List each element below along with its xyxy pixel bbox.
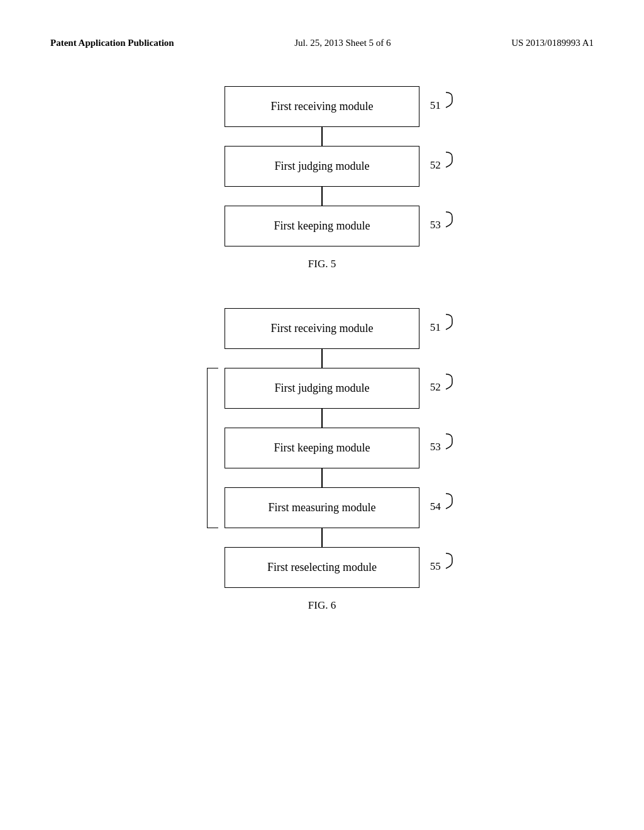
fig5-diagram: First receiving module 51 First judging … <box>225 86 419 246</box>
fig5-module-row-3: First keeping module 53 <box>225 206 419 246</box>
fig6-module-51-label: First receiving module <box>271 322 374 335</box>
fig6-module-55-label: First reselecting module <box>267 561 377 574</box>
fig6-num-51: 51 <box>430 313 457 334</box>
figures-container: First receiving module 51 First judging … <box>50 86 594 612</box>
fig5-area: First receiving module 51 First judging … <box>225 86 419 270</box>
fig6-num-52: 52 <box>430 373 457 394</box>
fig6-module-52: First judging module <box>225 368 419 409</box>
fig5-module-51: First receiving module <box>225 86 419 127</box>
curly-bracket-53 <box>443 211 457 228</box>
fig5-module-51-label: First receiving module <box>271 100 374 113</box>
header: Patent Application Publication Jul. 25, … <box>50 38 594 48</box>
fig6-area: First receiving module 51 <box>225 308 419 612</box>
curly-bracket-fig6-52 <box>443 373 457 390</box>
fig6-num-53: 53 <box>430 433 457 453</box>
fig5-module-52: First judging module <box>225 146 419 187</box>
fig6-module-row-3: First keeping module 53 <box>225 428 419 468</box>
fig5-num-53: 53 <box>430 211 457 231</box>
fig6-module-row-5: First reselecting module 55 <box>225 547 419 588</box>
fig5-module-52-label: First judging module <box>274 160 369 173</box>
fig6-module-53: First keeping module <box>225 428 419 468</box>
fig5-module-row-2: First judging module 52 <box>225 146 419 187</box>
fig5-module-53-label: First keeping module <box>274 219 370 233</box>
page: Patent Application Publication Jul. 25, … <box>0 0 644 830</box>
header-date-sheet: Jul. 25, 2013 Sheet 5 of 6 <box>294 38 391 48</box>
fig6-left-bracket <box>207 368 218 528</box>
fig6-num-54: 54 <box>430 492 457 513</box>
fig5-num-51: 51 <box>430 91 457 112</box>
fig6-caption: FIG. 6 <box>308 599 336 612</box>
fig6-module-row-1: First receiving module 51 <box>225 308 419 349</box>
curly-bracket-fig6-53 <box>443 433 457 450</box>
fig6-module-55: First reselecting module <box>225 547 419 588</box>
fig6-grouped-section: First judging module 52 Fir <box>225 368 419 528</box>
fig6-diagram: First receiving module 51 <box>225 308 419 588</box>
curly-bracket-fig6-51 <box>443 313 457 331</box>
curly-bracket-fig6-54 <box>443 492 457 510</box>
fig5-caption: FIG. 5 <box>308 258 336 270</box>
curly-bracket-51 <box>443 91 457 109</box>
fig6-module-51: First receiving module <box>225 308 419 349</box>
curly-bracket-52 <box>443 151 457 169</box>
fig5-connector-2 <box>321 187 323 206</box>
fig6-module-54: First measuring module <box>225 487 419 528</box>
fig6-connector-1 <box>321 349 323 368</box>
fig5-module-row-1: First receiving module 51 <box>225 86 419 127</box>
fig6-num-55: 55 <box>430 552 457 573</box>
fig6-module-53-label: First keeping module <box>274 441 370 455</box>
curly-bracket-fig6-55 <box>443 552 457 570</box>
header-patent-number: US 2013/0189993 A1 <box>511 38 594 48</box>
fig6-module-row-2: First judging module 52 <box>225 368 419 409</box>
fig5-num-52: 52 <box>430 151 457 172</box>
fig6-connector-3 <box>321 468 323 487</box>
fig6-connector-4 <box>321 528 323 547</box>
fig6-module-52-label: First judging module <box>274 382 369 395</box>
fig5-connector-1 <box>321 127 323 146</box>
fig6-module-row-4: First measuring module 54 <box>225 487 419 528</box>
fig6-connector-2 <box>321 409 323 428</box>
fig5-module-53: First keeping module <box>225 206 419 246</box>
fig6-module-54-label: First measuring module <box>269 501 376 514</box>
header-publication: Patent Application Publication <box>50 38 174 48</box>
